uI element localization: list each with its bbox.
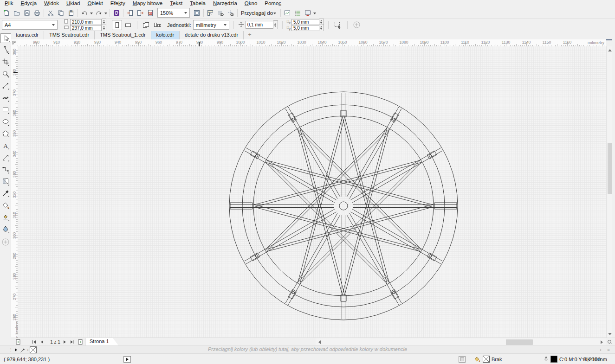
doc-tab-tms-seatrout-1-cdr[interactable]: TMS Seatrout_1.cdr (95, 31, 151, 39)
options-button[interactable] (282, 8, 292, 18)
crop-tool[interactable] (1, 57, 10, 66)
menu-widok[interactable]: Widok (40, 0, 63, 7)
doc-tab-ko-o-cdr[interactable]: koło.cdr (151, 31, 180, 39)
landscape-orientation-button[interactable] (123, 20, 133, 30)
horizontal-scrollbar[interactable] (316, 338, 606, 345)
menu-mapy-bitowe[interactable]: Mapy bitowe (129, 0, 167, 7)
outline-color-swatch[interactable] (550, 354, 557, 364)
open-button[interactable] (12, 8, 22, 18)
menu-narz-dzia[interactable]: Narzędzia (209, 0, 241, 7)
welcome-button[interactable] (111, 8, 122, 18)
snap-to-dropdown[interactable]: Przyciągaj do (239, 8, 279, 18)
portrait-orientation-button[interactable] (112, 20, 122, 30)
add-page-end-button[interactable] (77, 338, 84, 345)
guidelines-button[interactable] (226, 8, 236, 18)
import-button[interactable] (125, 8, 135, 18)
last-page-button[interactable] (69, 338, 76, 345)
nudge-spinner[interactable] (273, 20, 278, 29)
grid-button[interactable] (215, 8, 226, 18)
ruler-origin-button[interactable] (11, 39, 18, 47)
next-page-button[interactable] (62, 338, 68, 345)
duplicate-y-field[interactable]: 5,0 mm (291, 25, 319, 31)
artistic-media-tool[interactable] (1, 93, 10, 102)
fill-tool[interactable] (1, 225, 10, 234)
menu-pomoc[interactable]: Pomoc (261, 0, 285, 7)
horizontal-ruler[interactable]: 9009109209309409509609709809901000101010… (18, 39, 606, 47)
menu-okno[interactable]: Okno (241, 0, 261, 7)
status-flyout-button[interactable] (123, 354, 131, 364)
cut-button[interactable] (45, 8, 56, 18)
eyedropper-tool[interactable] (1, 189, 10, 198)
vertical-ruler[interactable]: 2602702802903003103203303403503603703803… (11, 46, 18, 338)
add-tool-button[interactable] (1, 237, 10, 246)
add-page-start-button[interactable] (14, 338, 22, 345)
vertical-scrollbar[interactable] (606, 46, 613, 338)
scroll-right-icon[interactable] (600, 338, 605, 345)
print-button[interactable] (32, 8, 42, 18)
export-button[interactable] (135, 8, 145, 18)
fill-status-icon[interactable] (473, 354, 480, 364)
chevron-down-icon[interactable] (104, 13, 107, 16)
vertical-scrollbar-thumb[interactable] (608, 143, 612, 194)
freehand-tool[interactable] (1, 81, 10, 90)
palette-scroll-right-icon[interactable]: › (598, 346, 603, 353)
transparency-tool[interactable] (1, 177, 10, 186)
chevron-down-icon[interactable] (90, 13, 93, 16)
units-select[interactable]: milimetry (193, 20, 229, 30)
doc-tab-tms-seatrout-cdr[interactable]: TMS Seatrout.cdr (44, 31, 95, 39)
rectangle-tool[interactable] (1, 105, 10, 114)
text-tool[interactable]: A (1, 141, 10, 150)
page-width-field[interactable]: 210,0 mm (70, 19, 102, 25)
copy-button[interactable] (56, 8, 66, 18)
doc-tab-taurus-cdr[interactable]: taurus.cdr (11, 31, 44, 39)
zoom-tool[interactable] (1, 69, 10, 78)
menu-efekty[interactable]: Efekty (107, 0, 129, 7)
redo-button[interactable] (94, 8, 104, 18)
horizontal-scrollbar-thumb[interactable] (506, 339, 533, 345)
palette-expand-icon[interactable]: » (606, 346, 611, 353)
menu-edycja[interactable]: Edycja (17, 0, 41, 7)
nudge-distance-field[interactable]: 0,1 mm (246, 21, 273, 29)
wheel-drawing[interactable] (18, 46, 606, 338)
doc-tab-detale-do-druku-v13-cdr[interactable]: detale do druku v13.cdr (180, 31, 244, 39)
smart-fill-tool[interactable] (1, 213, 10, 222)
duplicate-x-field[interactable]: 5,0 mm (291, 19, 319, 25)
fullscreen-button[interactable] (192, 8, 202, 18)
page-size-select[interactable]: A4 (2, 20, 58, 30)
new-document-button[interactable] (1, 8, 12, 18)
undo-button[interactable] (79, 8, 90, 18)
pick-tool[interactable] (0, 33, 11, 43)
page-height-field[interactable]: 297,0 mm (70, 25, 102, 31)
treat-as-filled-button[interactable] (333, 20, 343, 30)
menu-tabela[interactable]: Tabela (186, 0, 209, 7)
pdf-button[interactable]: PDF (145, 8, 155, 18)
outline-status-icon[interactable] (544, 354, 549, 364)
rulers-button[interactable] (205, 8, 215, 18)
menu-uk-ad[interactable]: Układ (63, 0, 84, 7)
duplicate-y-spinner[interactable] (319, 25, 324, 32)
menu-obiekt[interactable]: Obiekt (84, 0, 106, 7)
all-pages-button[interactable] (141, 20, 151, 30)
connector-tool[interactable] (1, 165, 10, 174)
page-tab[interactable]: Strona 1 (85, 338, 119, 346)
menu-plik[interactable]: Plik (1, 0, 17, 7)
interactive-fill-tool[interactable] (1, 201, 10, 210)
object-properties-button[interactable] (292, 8, 303, 18)
zoom-corner-button[interactable] (606, 338, 613, 345)
scroll-left-icon[interactable] (316, 338, 321, 345)
chevron-down-icon[interactable] (313, 13, 316, 16)
paste-button[interactable] (66, 8, 76, 18)
zoom-level-select[interactable]: 150% (157, 8, 190, 18)
polygon-tool[interactable] (1, 129, 10, 138)
save-button[interactable] (22, 8, 32, 18)
new-document-tab-button[interactable]: + (244, 31, 256, 39)
previous-page-button[interactable] (39, 338, 45, 345)
add-control-icon[interactable] (352, 20, 362, 30)
shape-tool[interactable] (1, 45, 10, 54)
preview-button[interactable] (303, 8, 313, 18)
ellipse-tool[interactable] (1, 117, 10, 126)
first-page-button[interactable] (31, 338, 37, 345)
fill-color-swatch[interactable] (483, 354, 490, 364)
current-page-button[interactable] (152, 20, 162, 30)
page-height-spinner[interactable] (102, 25, 106, 32)
